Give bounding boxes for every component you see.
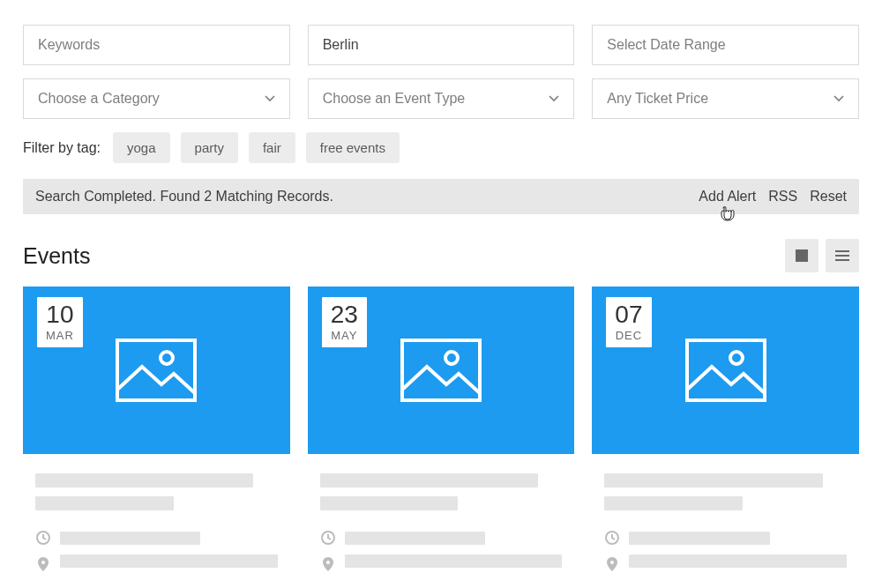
reset-link[interactable]: Reset — [810, 189, 847, 205]
event-location-row — [35, 555, 278, 573]
list-view-icon — [835, 250, 849, 261]
eventtype-select[interactable]: Choose an Event Type — [308, 78, 575, 119]
filter-row-inputs — [23, 25, 859, 65]
view-toggle-group — [785, 239, 859, 272]
tag-filter-label: Filter by tag: — [23, 140, 101, 156]
skeleton-location-line — [345, 555, 563, 568]
daterange-field-wrap — [592, 25, 859, 65]
tag-party[interactable]: party — [181, 132, 238, 163]
tag-free-events[interactable]: free events — [306, 132, 400, 163]
event-location-row — [604, 555, 847, 573]
add-alert-link[interactable]: Add Alert — [699, 189, 756, 205]
event-time-row — [320, 530, 563, 546]
clock-icon — [320, 530, 336, 546]
event-date-day: 07 — [615, 302, 642, 327]
chevron-down-icon — [549, 95, 559, 102]
svg-rect-6 — [687, 340, 765, 400]
clock-icon — [35, 530, 51, 546]
image-placeholder-icon — [400, 339, 482, 402]
ticketprice-select[interactable]: Any Ticket Price — [592, 78, 859, 119]
eventtype-select-label: Choose an Event Type — [323, 91, 466, 107]
cursor-pointer-icon — [720, 205, 736, 225]
grid-view-button[interactable] — [785, 239, 818, 272]
chevron-down-icon — [833, 95, 844, 102]
event-card-body — [592, 454, 859, 582]
event-date-month: DEC — [615, 329, 642, 342]
event-card-hero: 10 MAR — [23, 287, 290, 454]
event-card-hero: 07 DEC — [592, 287, 859, 454]
skeleton-location-line — [629, 555, 847, 568]
event-date-badge: 23 MAY — [322, 297, 367, 347]
svg-point-7 — [730, 352, 743, 364]
category-select-label: Choose a Category — [38, 91, 160, 107]
svg-rect-3 — [402, 340, 480, 400]
event-date-badge: 10 MAR — [37, 297, 83, 347]
filter-row-selects: Choose a Category Choose an Event Type A… — [23, 78, 859, 119]
event-cards-grid: 10 MAR — [23, 287, 859, 582]
event-card-hero: 23 MAY — [308, 287, 575, 454]
category-select[interactable]: Choose a Category — [23, 78, 290, 119]
skeleton-title-line — [604, 473, 822, 488]
location-input[interactable] — [323, 37, 560, 53]
skeleton-time-line — [60, 532, 200, 545]
event-date-badge: 07 DEC — [606, 297, 651, 347]
event-time-row — [604, 530, 847, 546]
image-placeholder-icon — [685, 339, 766, 402]
event-card[interactable]: 10 MAR — [23, 287, 290, 582]
search-status-bar: Search Completed. Found 2 Matching Recor… — [23, 179, 859, 214]
events-title: Events — [23, 243, 785, 269]
skeleton-title-line — [320, 496, 459, 510]
event-date-month: MAY — [331, 329, 358, 342]
event-card-body — [308, 454, 575, 582]
skeleton-time-line — [629, 532, 769, 545]
event-card[interactable]: 07 DEC — [592, 287, 859, 582]
location-field-wrap — [308, 25, 575, 65]
map-pin-icon — [604, 556, 620, 572]
search-status-message: Search Completed. Found 2 Matching Recor… — [35, 189, 333, 205]
daterange-input[interactable] — [607, 37, 844, 53]
skeleton-title-line — [35, 496, 174, 510]
event-card-body — [23, 454, 290, 582]
skeleton-title-line — [320, 473, 538, 488]
svg-point-4 — [445, 352, 458, 364]
skeleton-title-line — [604, 496, 743, 510]
grid-view-icon — [796, 249, 808, 262]
event-card[interactable]: 23 MAY — [308, 287, 575, 582]
ticketprice-select-label: Any Ticket Price — [607, 91, 708, 107]
rss-link[interactable]: RSS — [768, 189, 797, 205]
event-time-row — [35, 530, 278, 546]
skeleton-location-line — [60, 555, 278, 568]
keywords-field-wrap — [23, 25, 290, 65]
chevron-down-icon — [265, 95, 275, 102]
skeleton-time-line — [345, 532, 485, 545]
svg-point-1 — [161, 352, 173, 364]
map-pin-icon — [35, 556, 51, 572]
clock-icon — [604, 530, 620, 546]
event-location-row — [320, 555, 563, 573]
tag-filter-row: Filter by tag: yoga party fair free even… — [23, 132, 859, 163]
event-date-day: 23 — [331, 302, 358, 327]
list-view-button[interactable] — [826, 239, 859, 272]
map-pin-icon — [320, 556, 336, 572]
event-date-day: 10 — [46, 302, 74, 327]
keywords-input[interactable] — [38, 37, 275, 53]
event-date-month: MAR — [46, 329, 74, 342]
skeleton-title-line — [35, 473, 253, 488]
events-header: Events — [23, 239, 859, 272]
tag-fair[interactable]: fair — [249, 132, 295, 163]
tag-yoga[interactable]: yoga — [113, 132, 170, 163]
image-placeholder-icon — [116, 339, 197, 402]
svg-rect-0 — [117, 340, 195, 400]
